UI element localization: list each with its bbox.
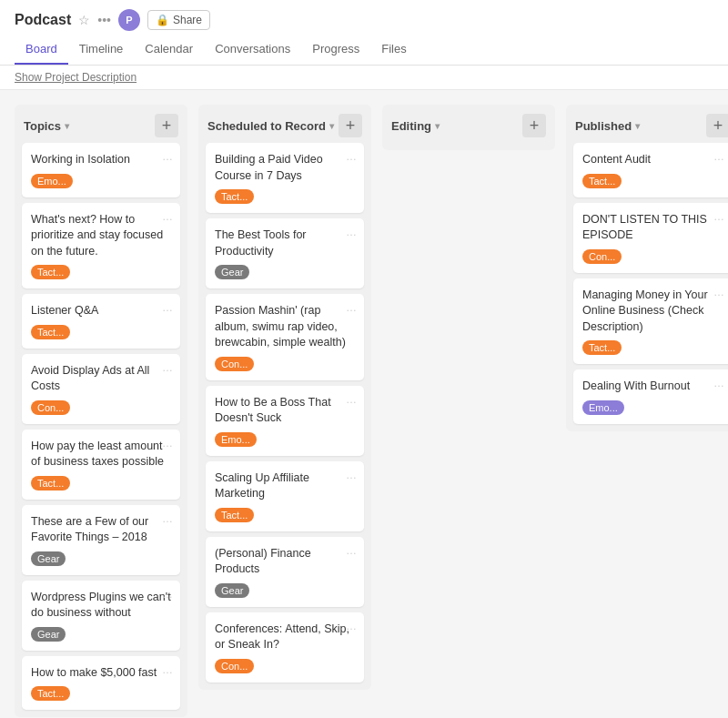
column-published: Published ▾ + … Content Audit Tact... … … (566, 105, 728, 431)
card[interactable]: … Passion Mashin' (rap album, swimu rap … (206, 294, 364, 380)
card-title: Content Audit (582, 152, 723, 168)
tab-progress[interactable]: Progress (301, 35, 370, 65)
column-editing: Editing ▾ + (382, 105, 555, 150)
dots-icon[interactable]: ••• (97, 13, 111, 27)
card-menu-icon[interactable]: … (162, 301, 173, 314)
card[interactable]: … How pay the least amount of business t… (22, 430, 180, 500)
card-tag[interactable]: Tact... (582, 174, 622, 188)
card[interactable]: … Building a Paid Video Course in 7 Days… (206, 143, 364, 213)
card-title: The Best Tools for Productivity (215, 228, 355, 259)
card-menu-icon[interactable]: … (346, 393, 357, 406)
card-tag[interactable]: Con... (215, 659, 254, 673)
card-tag[interactable]: Con... (215, 357, 254, 371)
card[interactable]: … Listener Q&A Tact... (22, 294, 180, 349)
card[interactable]: … Content Audit Tact... (573, 143, 728, 197)
card[interactable]: … The Best Tools for Productivity Gear (206, 218, 364, 288)
card-tag[interactable]: Emo... (31, 174, 73, 188)
card[interactable]: … Wordpress Plugins we can't do business… (22, 581, 180, 651)
card-menu-icon[interactable]: … (162, 210, 173, 223)
card-menu-icon[interactable]: … (162, 663, 173, 676)
card-menu-icon[interactable]: … (162, 361, 173, 374)
card-menu-icon[interactable]: … (346, 469, 357, 481)
show-project-description[interactable]: Show Project Description (0, 66, 728, 90)
card-title: These are a Few of our Favorite Things –… (31, 514, 171, 546)
card-title: Dealing With Burnout (582, 379, 723, 395)
card-tag[interactable]: Gear (31, 627, 66, 642)
card-tag[interactable]: Emo... (215, 432, 257, 447)
lock-icon: 🔒 (156, 14, 169, 26)
column-title-editing: Editing (391, 119, 431, 133)
card-tag[interactable]: Con... (582, 249, 622, 264)
tab-board[interactable]: Board (15, 35, 68, 65)
nav-tabs: BoardTimelineCalendarConversationsProgre… (15, 35, 713, 65)
chevron-icon[interactable]: ▾ (635, 121, 640, 131)
tab-calendar[interactable]: Calendar (134, 35, 204, 65)
add-card-button-published[interactable]: + (706, 114, 728, 137)
chevron-icon[interactable]: ▾ (435, 121, 440, 131)
card-menu-icon[interactable]: … (346, 150, 357, 163)
card-menu-icon[interactable]: … (162, 437, 173, 450)
card-tag[interactable]: Gear (215, 265, 249, 279)
card-tag[interactable]: Tact... (215, 189, 254, 204)
card-title: DON'T LISTEN TO THIS EPISODE (582, 212, 723, 244)
add-card-button-topics[interactable]: + (155, 114, 178, 137)
card-menu-icon[interactable]: … (162, 512, 173, 525)
card-menu-icon[interactable]: … (346, 301, 357, 314)
add-card-button-editing[interactable]: + (522, 114, 546, 137)
card-title: Working in Isolation (31, 152, 171, 168)
card-menu-icon[interactable]: … (713, 377, 724, 389)
card[interactable]: … These are a Few of our Favorite Things… (22, 505, 180, 575)
card-title: Building a Paid Video Course in 7 Days (215, 152, 355, 184)
card[interactable]: … DON'T LISTEN TO THIS EPISODE Con... (573, 203, 728, 273)
card-menu-icon[interactable]: … (346, 544, 357, 557)
card-tag[interactable]: Tact... (31, 686, 70, 701)
card-title: How pay the least amount of business tax… (31, 439, 171, 470)
card[interactable]: … Working in Isolation Emo... (22, 143, 180, 197)
chevron-icon[interactable]: ▾ (329, 121, 334, 131)
column-scheduled: Scheduled to Record ▾ + … Building a Pai… (198, 105, 371, 690)
card-menu-icon[interactable]: … (162, 150, 173, 163)
card[interactable]: … Scaling Up Affiliate Marketing Tact... (206, 461, 364, 531)
share-button[interactable]: 🔒 Share (147, 10, 210, 30)
add-card-button-scheduled[interactable]: + (339, 114, 362, 137)
card-title: Managing Money in Your Online Business (… (582, 288, 723, 336)
card[interactable]: … Managing Money in Your Online Business… (573, 278, 728, 365)
card[interactable]: … Conferences: Attend, Skip, or Sneak In… (206, 612, 364, 683)
card-title: Passion Mashin' (rap album, swimu rap vi… (215, 303, 355, 351)
card-title: Wordpress Plugins we can't do business w… (31, 590, 171, 622)
card[interactable]: … Dealing With Burnout Emo... (573, 369, 728, 424)
card-menu-icon[interactable]: … (713, 210, 724, 223)
column-topics: Topics ▾ + … Working in Isolation Emo...… (15, 105, 187, 717)
tab-conversations[interactable]: Conversations (204, 35, 301, 65)
card[interactable]: … What's next? How to prioritize and sta… (22, 203, 180, 289)
card-tag[interactable]: Tact... (582, 340, 622, 355)
chevron-icon[interactable]: ▾ (65, 121, 69, 131)
card-tag[interactable]: Tact... (215, 508, 254, 522)
card-tag[interactable]: Tact... (31, 325, 70, 339)
card-tag[interactable]: Emo... (582, 400, 624, 415)
card-title: Listener Q&A (31, 303, 171, 319)
card[interactable]: … Avoid Display Ads at All Costs Con... (22, 354, 180, 424)
card-menu-icon[interactable]: … (713, 286, 724, 298)
star-icon[interactable]: ☆ (78, 13, 90, 27)
card[interactable]: … How to Be a Boss That Doesn't Suck Emo… (206, 386, 364, 456)
card-tag[interactable]: Tact... (31, 476, 70, 490)
column-title-scheduled: Scheduled to Record (207, 119, 326, 133)
card-tag[interactable]: Gear (215, 583, 249, 598)
card-menu-icon[interactable]: … (713, 150, 724, 163)
card-title: Scaling Up Affiliate Marketing (215, 470, 355, 502)
column-title-published: Published (575, 119, 632, 133)
tab-timeline[interactable]: Timeline (68, 35, 135, 65)
card[interactable]: … (Personal) Finance Products Gear (206, 537, 364, 607)
card[interactable]: … How to make $5,000 fast Tact... (22, 656, 180, 711)
card-tag[interactable]: Con... (31, 400, 70, 415)
card-menu-icon[interactable]: … (346, 226, 357, 238)
card-title: What's next? How to prioritize and stay … (31, 212, 171, 260)
card-tag[interactable]: Tact... (31, 265, 70, 279)
tab-files[interactable]: Files (370, 35, 417, 65)
card-title: How to Be a Boss That Doesn't Suck (215, 395, 355, 427)
card-menu-icon[interactable]: … (346, 620, 357, 632)
card-menu-icon[interactable]: … (162, 588, 173, 601)
card-title: How to make $5,000 fast (31, 665, 171, 682)
card-tag[interactable]: Gear (31, 551, 66, 566)
